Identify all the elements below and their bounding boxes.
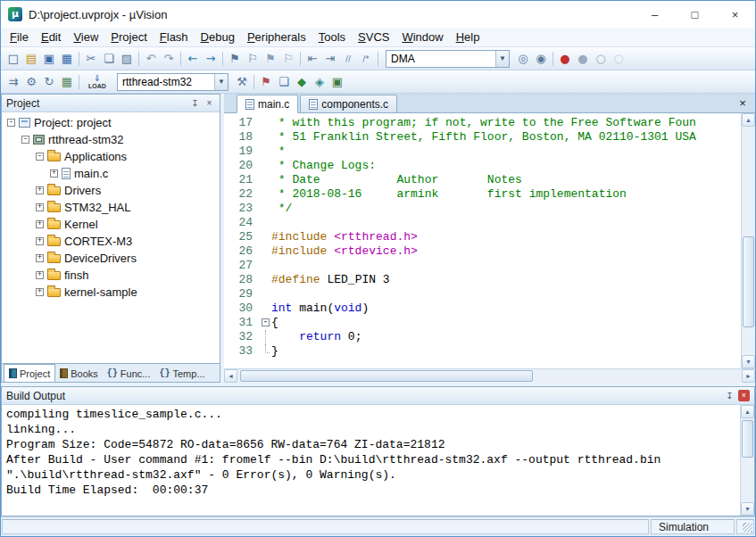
resize-grip[interactable]: [743, 523, 752, 533]
new-file-icon[interactable]: □: [4, 50, 22, 68]
build-vscroll-track[interactable]: [741, 418, 754, 502]
target-select-dropdown-icon[interactable]: ▼: [214, 74, 228, 90]
tree-item-applications[interactable]: -Applications: [2, 148, 220, 165]
kill-breakpoints-icon[interactable]: ○: [610, 50, 627, 68]
menu-item-svcs[interactable]: SVCS: [352, 28, 395, 46]
scroll-down-icon[interactable]: ▼: [741, 502, 754, 516]
bookmark-next-icon[interactable]: ⚑: [262, 50, 279, 68]
toggle-breakpoint-icon[interactable]: ●: [574, 50, 592, 68]
panel-tab-temp[interactable]: {}Temp...: [154, 365, 209, 382]
menu-item-window[interactable]: Window: [395, 28, 449, 46]
expand-toggle[interactable]: +: [36, 203, 44, 211]
editor-vscrollbar[interactable]: ▲ ▼: [741, 113, 755, 368]
menu-item-flash[interactable]: Flash: [154, 28, 195, 46]
expand-toggle[interactable]: -: [36, 153, 44, 161]
save-all-icon[interactable]: ▦: [58, 50, 76, 68]
navigate-forward-icon[interactable]: →: [202, 50, 220, 68]
expand-toggle[interactable]: -: [21, 136, 29, 144]
unindent-icon[interactable]: ⇤: [303, 50, 321, 68]
minimize-button[interactable]: –: [635, 1, 675, 28]
tree-item-drivers[interactable]: +Drivers: [2, 182, 220, 199]
pin-icon[interactable]: ↧: [724, 390, 735, 401]
save-icon[interactable]: ▣: [40, 50, 58, 68]
fold-toggle-icon[interactable]: -: [262, 318, 270, 326]
pack-installer-icon[interactable]: ▣: [328, 73, 346, 91]
tree-item-devicedrivers[interactable]: +DeviceDrivers: [2, 250, 220, 267]
bookmark-clear-icon[interactable]: ⚐: [279, 50, 297, 68]
scroll-up-icon[interactable]: ▲: [742, 113, 755, 127]
find-in-files-icon[interactable]: ◎: [514, 50, 532, 68]
editor-vscroll-thumb[interactable]: [743, 236, 754, 327]
manage-items-icon[interactable]: ❏: [275, 73, 293, 91]
open-file-icon[interactable]: ▤: [22, 50, 40, 68]
expand-toggle[interactable]: +: [36, 271, 44, 279]
build-output-close-icon[interactable]: ×: [738, 390, 750, 401]
paste-icon[interactable]: ▨: [118, 50, 136, 68]
expand-toggle[interactable]: +: [36, 220, 44, 228]
uncomment-icon[interactable]: /*: [357, 50, 375, 68]
search-combo[interactable]: ▼: [386, 50, 510, 68]
search-combo-dropdown-icon[interactable]: ▼: [495, 51, 509, 67]
tree-item-cortex-m3[interactable]: +CORTEX-M3: [2, 233, 220, 250]
scroll-right-icon[interactable]: ►: [742, 369, 755, 383]
search-input[interactable]: [386, 53, 495, 65]
tree-item-main-c[interactable]: +main.c: [2, 165, 220, 182]
panel-tab-project[interactable]: Project: [4, 364, 55, 382]
scroll-up-icon[interactable]: ▲: [741, 405, 754, 418]
manage-rte-icon[interactable]: ◆: [293, 73, 311, 91]
file-extensions-icon[interactable]: ⚑: [257, 73, 275, 91]
indent-icon[interactable]: ⇥: [321, 50, 339, 68]
navigate-back-icon[interactable]: ←: [184, 50, 202, 68]
menu-item-debug[interactable]: Debug: [195, 28, 241, 46]
expand-toggle[interactable]: +: [50, 169, 58, 178]
menu-item-peripherals[interactable]: Peripherals: [241, 28, 312, 46]
document-close-icon[interactable]: ×: [735, 96, 750, 110]
build-vscroll-thumb[interactable]: [742, 420, 753, 458]
expand-toggle[interactable]: +: [36, 288, 44, 296]
menu-item-tools[interactable]: Tools: [312, 28, 352, 46]
menu-item-help[interactable]: Help: [450, 28, 486, 46]
disable-breakpoints-icon[interactable]: ○: [592, 50, 610, 68]
tree-item-finsh[interactable]: +finsh: [2, 267, 220, 284]
expand-toggle[interactable]: +: [36, 186, 44, 194]
menu-item-file[interactable]: File: [4, 28, 35, 46]
menu-item-view[interactable]: View: [67, 28, 104, 46]
editor-tab-main-c[interactable]: main.c: [237, 95, 298, 113]
expand-toggle[interactable]: +: [36, 254, 44, 262]
editor-tab-components-c[interactable]: components.c: [300, 95, 397, 112]
bookmark-prev-icon[interactable]: ⚐: [244, 50, 262, 68]
menu-item-project[interactable]: Project: [104, 28, 153, 46]
tree-item-kernel-sample[interactable]: +kernel-sample: [2, 284, 220, 301]
tree-item-kernel[interactable]: +Kernel: [2, 216, 220, 233]
insert-breakpoint-icon[interactable]: ●: [556, 50, 574, 68]
copy-icon[interactable]: ❏: [100, 50, 118, 68]
cut-icon[interactable]: ✂: [82, 50, 100, 68]
undo-icon[interactable]: ↶: [142, 50, 160, 68]
panel-tab-func[interactable]: {}Func...: [103, 365, 155, 382]
tree-item-rtthread-stm32[interactable]: -rtthread-stm32: [2, 131, 220, 148]
select-packs-icon[interactable]: ◈: [311, 73, 328, 91]
target-select[interactable]: rtthread-stm32 ▼: [117, 73, 228, 91]
build-output-vscrollbar[interactable]: ▲ ▼: [740, 405, 754, 516]
bookmark-toggle-icon[interactable]: ⚑: [226, 50, 244, 68]
load-button[interactable]: ⇓ LOAD: [84, 71, 111, 93]
build-icon[interactable]: ⚙: [22, 73, 40, 91]
expand-toggle[interactable]: -: [7, 119, 15, 127]
editor-hscroll-track[interactable]: [237, 369, 742, 383]
tree-item-stm32-hal[interactable]: +STM32_HAL: [2, 199, 220, 216]
target-options-icon[interactable]: ⚒: [233, 73, 251, 91]
project-panel-close-icon[interactable]: ×: [204, 97, 215, 109]
editor-hscroll-thumb[interactable]: [240, 370, 533, 382]
expand-toggle[interactable]: +: [36, 237, 44, 245]
tree-item-project-project[interactable]: -Project: project: [2, 114, 220, 131]
scroll-down-icon[interactable]: ▼: [742, 355, 755, 368]
redo-icon[interactable]: ↷: [160, 50, 178, 68]
panel-tab-books[interactable]: Books: [55, 365, 103, 382]
comment-icon[interactable]: //: [339, 50, 357, 68]
editor-vscroll-track[interactable]: [742, 127, 755, 355]
maximize-button[interactable]: □: [675, 1, 715, 28]
incremental-find-icon[interactable]: ◉: [532, 50, 550, 68]
editor-hscrollbar[interactable]: ◄ ►: [224, 368, 755, 383]
code-editor[interactable]: 17 * with this program; if not, write to…: [224, 113, 741, 368]
scroll-left-icon[interactable]: ◄: [224, 369, 237, 383]
